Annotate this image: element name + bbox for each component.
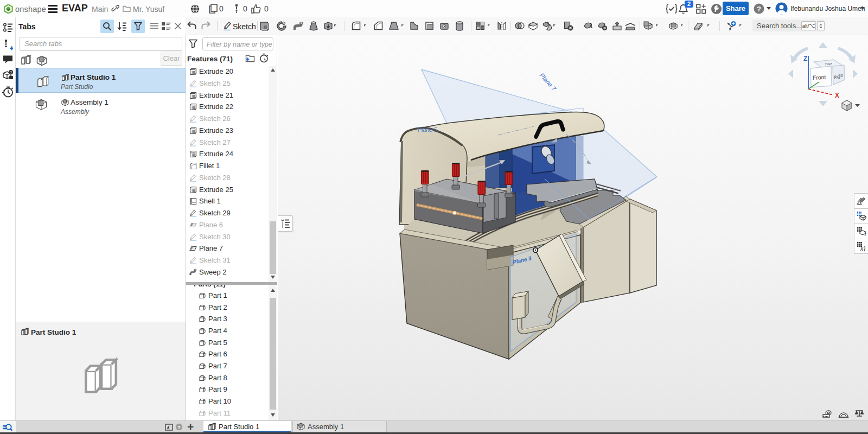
svg-text:Plane 7: Plane 7 (538, 72, 557, 92)
svg-text:Plane 5: Plane 5 (418, 126, 437, 133)
svg-text:}: } (865, 231, 866, 236)
svg-text:X: X (835, 92, 839, 99)
svg-text:?: ? (757, 5, 761, 13)
svg-text:?: ? (10, 71, 12, 74)
svg-text:?: ? (177, 424, 181, 430)
svg-text:Front: Front (812, 74, 826, 81)
svg-text:x): x) (860, 245, 865, 252)
svg-text:Z: Z (803, 55, 807, 62)
